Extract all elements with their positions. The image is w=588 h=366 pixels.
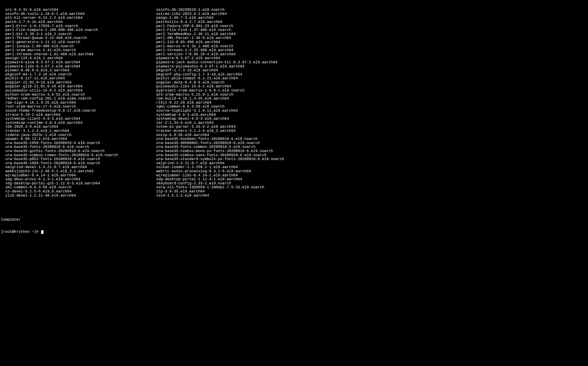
package-item: poppler-glib-21.01.0-18.el9.aarch64 bbox=[1, 85, 156, 89]
package-item: osinfo-db-tools-1.10.0-1.el9.aarch64 bbox=[1, 12, 156, 16]
package-item: urw-base35-bookman-fonts-20200910-6.el9.… bbox=[156, 137, 587, 141]
package-item: polkit-pkla-compat-0.1-21.el9.aarch64 bbox=[156, 76, 587, 81]
package-item: rtkit-0.11-28.el9.aarch64 bbox=[156, 101, 587, 105]
package-item: orc-0.4.31-6.el9.aarch64 bbox=[1, 8, 156, 12]
terminal-output[interactable]: orc-0.4.31-6.el9.aarch64 osinfo-db-tools… bbox=[1, 0, 587, 238]
package-item: perl-version-7:0.99.28-4.el9.aarch64 bbox=[156, 53, 587, 57]
package-item: systemtap-client-4.9-3.el9.aarch64 bbox=[1, 117, 156, 121]
package-item: webrtc-audio-processing-0.3.1-8.el9.aarc… bbox=[156, 169, 587, 174]
package-item: pyproject-srpm-macros-1.9.0-1.el9.noarch bbox=[156, 89, 587, 93]
package-item: sgml-common-0.6.3-58.el9.noarch bbox=[156, 105, 587, 109]
package-item: strace-5.18-2.el9.aarch64 bbox=[1, 113, 156, 117]
package-item: urw-base35-z003-fonts-20200910-6.el9.noa… bbox=[1, 161, 156, 166]
package-item: perl-Git-2.39.3-1.el9_2.noarch bbox=[1, 32, 156, 37]
package-item: tracker-3.1.2-3.el9_1.aarch64 bbox=[1, 129, 156, 133]
package-item: tracker-miners-3.1.2-4.el9_3.aarch64 bbox=[156, 129, 587, 133]
package-item: perl-generators-1.11-12.el9.noarch bbox=[1, 40, 156, 45]
package-item: perl-TermReadKey-2.38-11.el9.aarch64 bbox=[156, 32, 587, 37]
package-item: pulseaudio-libs-15.0-2.el9.aarch64 bbox=[156, 85, 587, 89]
package-item: perl-srpm-macros-1-41.el9.noarch bbox=[1, 48, 156, 53]
blank-line bbox=[1, 206, 587, 210]
package-item: polkit-0.117-11.el9.aarch64 bbox=[1, 76, 156, 81]
package-item: rpm-build-4.16.1.3-25.el9.aarch64 bbox=[156, 97, 587, 101]
package-item: pulseaudio-utils-15.0-2.el9.aarch64 bbox=[1, 89, 156, 93]
package-item: urw-base35-d050000l-fonts-20200910-6.el9… bbox=[156, 141, 587, 145]
package-item: urw-base35-nimbus-roman-fonts-20200910-6… bbox=[1, 153, 156, 158]
package-item: xml-common-0.6.3-58.el9.noarch bbox=[1, 185, 156, 190]
package-list-right: osinfo-db-20230518-1.el9.noarchostree-li… bbox=[156, 8, 587, 198]
package-item: pkgconf-m4-1.7.3-10.el9.noarch bbox=[1, 73, 156, 77]
package-item: xorg-x11-fonts-ISO8859-1-100dpi-7.5-33.e… bbox=[156, 185, 587, 190]
package-item: urw-base35-fonts-common-20200910-6.el9.n… bbox=[156, 145, 587, 149]
package-item: rust-srpm-macros-17-4.el9.noarch bbox=[1, 105, 156, 109]
package-item: perl-File-Compare-1.100.600-480.el9.noar… bbox=[1, 28, 156, 32]
package-item: xdg-desktop-portal-1.12.4-1.el9.aarch64 bbox=[156, 177, 587, 182]
package-item: pango-1.48.7-3.el9.aarch64 bbox=[156, 16, 587, 20]
package-item: urw-base35-fonts-20200910-6.el9.noarch bbox=[1, 145, 156, 149]
package-item: urw-base35-p052-fonts-20200910-6.el9.noa… bbox=[1, 157, 156, 161]
package-item: zip-3.0-35.el9.aarch64 bbox=[156, 190, 587, 194]
package-item: perl-macros-4:5.32.1-480.el9.noarch bbox=[156, 45, 587, 49]
package-item: osinfo-db-20230518-1.el9.noarch bbox=[156, 8, 587, 12]
package-item: pkgconf-pkg-config-1.7.3-10.el9.aarch64 bbox=[156, 73, 587, 77]
package-item: ostree-libs-2023.6-1.el9.aarch64 bbox=[156, 12, 587, 16]
shell-prompt-line[interactable]: [root@krython ~]# bbox=[1, 230, 587, 234]
package-item: urw-base35-nimbus-sans-fonts-20200910-6.… bbox=[156, 153, 587, 158]
package-item: xdg-dbus-proxy-0.1.3-1.el9.aarch64 bbox=[1, 177, 156, 182]
package-item: source-highlight-3.1.9-11.el9.aarch64 bbox=[156, 109, 587, 113]
package-item: redhat-rpm-config-201-1.el9.alma.noarch bbox=[1, 97, 156, 101]
shell-prompt: [root@krython ~]# bbox=[1, 230, 41, 234]
package-item: xkeyboard-config-2.33-2.el9.noarch bbox=[156, 182, 587, 186]
package-item: pesign-115-6.el9_1.aarch64 bbox=[1, 56, 156, 61]
package-item: patch-2.7.6-16.el9.aarch64 bbox=[1, 20, 156, 24]
package-list-columns: orc-0.4.31-6.el9.aarch64 osinfo-db-tools… bbox=[1, 8, 587, 198]
package-item: urw-base35-standard-symbols-ps-fonts-202… bbox=[156, 157, 587, 161]
package-item: perl-Fedora-VSP-0.001-23.el9.noarch bbox=[156, 24, 587, 28]
package-item: systemtap-runtime-4.9-3.el9.aarch64 bbox=[1, 121, 156, 125]
package-item: upower-0.99.13-2.el9.aarch64 bbox=[1, 137, 156, 141]
package-item: tbb-2020.3-8.el9.aarch64 bbox=[1, 125, 156, 129]
package-item: valgrind-1:3.21.0-7.el9.aarch64 bbox=[156, 161, 587, 166]
package-item: pipewire-jack-audio-connection-kit-0.3.6… bbox=[156, 61, 587, 65]
package-item: perl-threads-1:2.25-460.el9.aarch64 bbox=[156, 48, 587, 53]
package-list-left: orc-0.4.31-6.el9.aarch64 osinfo-db-tools… bbox=[1, 8, 156, 198]
complete-message: Complete! bbox=[1, 218, 587, 222]
package-item: perl-lib-0.65-480.el9.aarch64 bbox=[156, 40, 587, 45]
package-item: urw-base35-c059-fonts-20200910-6.el9.noa… bbox=[1, 141, 156, 145]
package-item: tzdata-java-2023c-1.el9.noarch bbox=[1, 133, 156, 137]
package-item: totem-pl-parser-3.26.6-2.el9.aarch64 bbox=[156, 125, 587, 129]
package-item: zlib-devel-1.2.11-40.el9.aarch64 bbox=[1, 194, 156, 198]
package-item: zstd-1.5.1-2.el9.aarch64 bbox=[156, 194, 587, 198]
package-item: perl-threads-shared-1.61-460.el9.aarch64 bbox=[1, 53, 156, 57]
package-item: wireplumber-libs-0.4.14-1.el9.aarch64 bbox=[156, 174, 587, 178]
package-item: urw-base35-gothic-fonts-20200910-6.el9.n… bbox=[1, 149, 156, 153]
package-item: python-srpm-macros-3.9-52.el9.noarch bbox=[1, 93, 156, 97]
package-item: poppler-21.01.0-18.el9.aarch64 bbox=[1, 81, 156, 85]
package-item: pixman-0.40.0-6.el9_3.aarch64 bbox=[1, 69, 156, 73]
package-item: sound-theme-freedesktop-0.8-17.el9.noarc… bbox=[1, 109, 156, 113]
package-item: poppler-data-0.4.9-9.el9.noarch bbox=[156, 81, 587, 85]
package-item: perl-Thread-Queue-3.14-460.el9.noarch bbox=[1, 36, 156, 40]
package-item: urw-base35-nimbus-mono-ps-fonts-20200910… bbox=[156, 149, 587, 153]
package-item: pkgconf-1.7.3-10.el9.aarch64 bbox=[156, 69, 587, 73]
package-item: xz-devel-5.2.5-8.el9_0.aarch64 bbox=[1, 190, 156, 194]
package-item: patchutils-0.4.2-7.el9.aarch64 bbox=[156, 20, 587, 24]
package-item: perl-Error-1:0.17029-7.el9.noarch bbox=[1, 24, 156, 28]
package-item: pipewire-alsa-0.3.67-2.el9.aarch64 bbox=[1, 61, 156, 65]
package-item: systemtap-4.9-3.el9.aarch64 bbox=[156, 113, 587, 117]
package-item: tar-2:1.34-6.el9_1.aarch64 bbox=[156, 121, 587, 125]
package-item: qt5-srpm-macros-5.15.9-1.el9.noarch bbox=[156, 93, 587, 97]
package-item: perl-File-Find-1.37-480.el9.noarch bbox=[156, 28, 587, 32]
package-item: pipewire-libs-0.3.67-2.el9.aarch64 bbox=[1, 65, 156, 69]
package-item: rpm-sign-4.16.1.3-25.el9.aarch64 bbox=[1, 101, 156, 105]
package-item: pipewire-pulseaudio-0.3.67-2.el9.aarch64 bbox=[156, 65, 587, 69]
package-item: vulkan-loader-1.3.250.1-1.el9.aarch64 bbox=[156, 165, 587, 169]
package-item: perl-locale-1.09-480.el9.noarch bbox=[1, 45, 156, 49]
package-item: xdg-desktop-portal-gtk-1.12.0-3.el9.aarc… bbox=[1, 182, 156, 186]
package-item: systemtap-devel-4.9-3.el9.aarch64 bbox=[156, 117, 587, 121]
package-item: unzip-6.0-56.el9.aarch64 bbox=[156, 133, 587, 137]
package-item: p11-kit-server-0.24.1-2.el9.aarch64 bbox=[1, 16, 156, 20]
package-item: wireplumber-0.4.14-1.el9.aarch64 bbox=[1, 174, 156, 178]
cursor bbox=[41, 230, 43, 234]
package-item: webkit2gtk3-jsc-2.40.5-1.el9_3.1.aarch64 bbox=[1, 169, 156, 174]
